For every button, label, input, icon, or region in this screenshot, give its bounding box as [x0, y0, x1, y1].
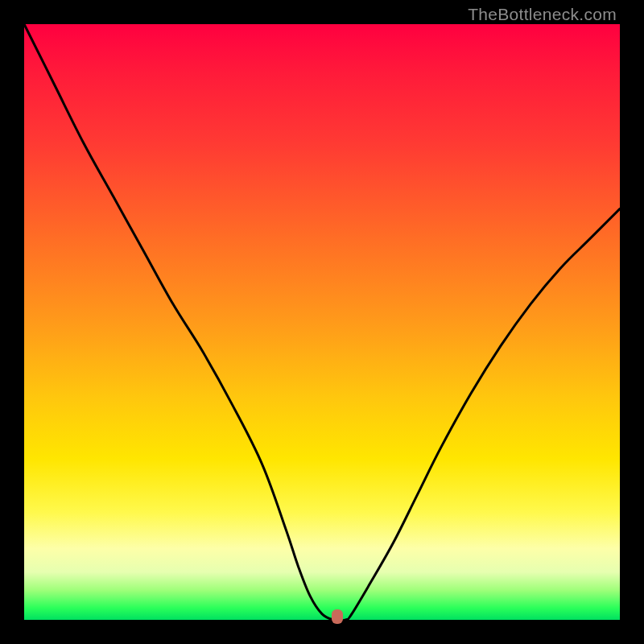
chart-frame: TheBottleneck.com: [0, 0, 644, 644]
bottleneck-curve: [24, 24, 620, 620]
optimum-marker: [332, 609, 343, 624]
watermark-text: TheBottleneck.com: [468, 5, 617, 24]
curve-path: [24, 24, 620, 621]
plot-area: [24, 24, 620, 620]
